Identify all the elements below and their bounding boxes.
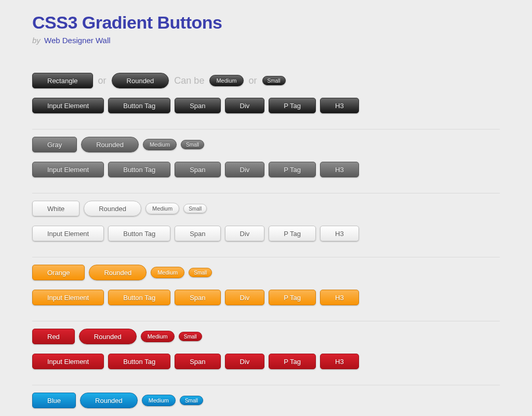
connector-text: Can be <box>174 75 204 86</box>
gray-button[interactable]: Gray <box>32 137 77 152</box>
section-gray: Gray Rounded Medium Small Input Element … <box>32 137 500 193</box>
small-button[interactable]: Small <box>189 268 212 277</box>
row-styles: Gray Rounded Medium Small <box>32 137 500 152</box>
medium-button[interactable]: Medium <box>142 395 176 406</box>
div-button[interactable]: Div <box>225 354 265 369</box>
input-element-button[interactable]: Input Element <box>32 354 104 369</box>
span-button[interactable]: Span <box>175 98 220 113</box>
row-styles: White Rounded Medium Small <box>32 201 500 216</box>
connector-text: or <box>98 75 107 86</box>
row-elements: Input Element Button Tag Span Div P Tag … <box>32 290 500 305</box>
row-styles: Red Rounded Medium Small <box>32 329 500 344</box>
rounded-button[interactable]: Rounded <box>80 393 138 408</box>
button-tag-button[interactable]: Button Tag <box>108 290 170 305</box>
span-button[interactable]: Span <box>175 290 220 305</box>
row-elements: Input Element Button Tag Span Div P Tag … <box>32 98 500 113</box>
p-tag-button[interactable]: P Tag <box>269 290 316 305</box>
row-elements: Input Element Button Tag Span Div P Tag … <box>32 226 500 241</box>
byline: by Web Designer Wall <box>32 36 500 45</box>
button-tag-button[interactable]: Button Tag <box>108 354 170 369</box>
small-button[interactable]: Small <box>179 332 202 341</box>
section-black: Rectangle or Rounded Can be Medium or Sm… <box>32 73 500 129</box>
div-button[interactable]: Div <box>225 226 265 241</box>
rounded-button[interactable]: Rounded <box>112 73 169 88</box>
medium-button[interactable]: Medium <box>145 203 179 214</box>
div-button[interactable]: Div <box>225 98 265 113</box>
button-tag-button[interactable]: Button Tag <box>108 162 170 177</box>
connector-text: or <box>249 75 257 86</box>
row-elements: Input Element Button Tag Span Div P Tag … <box>32 162 500 177</box>
rounded-button[interactable]: Rounded <box>89 265 147 280</box>
section-orange: Orange Rounded Medium Small Input Elemen… <box>32 265 500 321</box>
rectangle-button[interactable]: Rectangle <box>32 73 93 88</box>
page-title: CSS3 Gradient Buttons <box>32 12 500 33</box>
p-tag-button[interactable]: P Tag <box>269 162 316 177</box>
span-button[interactable]: Span <box>175 162 220 177</box>
small-button[interactable]: Small <box>181 140 204 149</box>
byline-prefix: by <box>32 36 41 45</box>
button-tag-button[interactable]: Button Tag <box>108 98 170 113</box>
input-element-button[interactable]: Input Element <box>32 98 104 113</box>
rounded-button[interactable]: Rounded <box>79 329 137 344</box>
medium-button[interactable]: Medium <box>143 139 177 150</box>
span-button[interactable]: Span <box>175 354 220 369</box>
h3-button[interactable]: H3 <box>320 354 359 369</box>
row-styles: Rectangle or Rounded Can be Medium or Sm… <box>32 73 500 88</box>
input-element-button[interactable]: Input Element <box>32 226 104 241</box>
rounded-button[interactable]: Rounded <box>84 201 141 216</box>
div-button[interactable]: Div <box>225 162 265 177</box>
section-white: White Rounded Medium Small Input Element… <box>32 201 500 257</box>
button-tag-button[interactable]: Button Tag <box>108 226 170 241</box>
blue-button[interactable]: Blue <box>32 393 76 408</box>
div-button[interactable]: Div <box>225 290 265 305</box>
row-styles: Blue Rounded Medium Small <box>32 393 500 408</box>
row-elements: Input Element Button Tag Span Div P Tag … <box>32 354 500 369</box>
input-element-button[interactable]: Input Element <box>32 162 104 177</box>
medium-button[interactable]: Medium <box>141 331 175 342</box>
small-button[interactable]: Small <box>180 396 203 405</box>
byline-author-link[interactable]: Web Designer Wall <box>44 36 111 45</box>
orange-button[interactable]: Orange <box>32 265 85 280</box>
h3-button[interactable]: H3 <box>320 98 359 113</box>
red-button[interactable]: Red <box>32 329 75 344</box>
p-tag-button[interactable]: P Tag <box>269 226 316 241</box>
h3-button[interactable]: H3 <box>320 290 359 305</box>
span-button[interactable]: Span <box>175 226 220 241</box>
p-tag-button[interactable]: P Tag <box>269 354 316 369</box>
white-button[interactable]: White <box>32 201 79 216</box>
small-button[interactable]: Small <box>183 204 207 213</box>
input-element-button[interactable]: Input Element <box>32 290 104 305</box>
section-red: Red Rounded Medium Small Input Element B… <box>32 329 500 385</box>
p-tag-button[interactable]: P Tag <box>269 98 316 113</box>
h3-button[interactable]: H3 <box>320 226 359 241</box>
medium-button[interactable]: Medium <box>209 75 243 86</box>
rounded-button[interactable]: Rounded <box>81 137 139 152</box>
row-styles: Orange Rounded Medium Small <box>32 265 500 280</box>
section-blue: Blue Rounded Medium Small Input Element … <box>32 393 500 416</box>
small-button[interactable]: Small <box>262 76 286 85</box>
h3-button[interactable]: H3 <box>320 162 359 177</box>
medium-button[interactable]: Medium <box>151 267 184 278</box>
